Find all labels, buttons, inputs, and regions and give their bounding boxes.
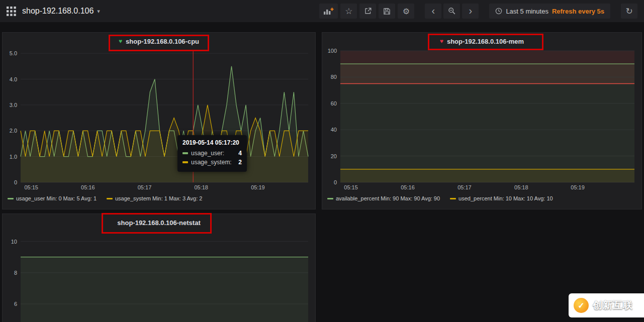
add-panel-button[interactable] [319,4,338,19]
dashboard-title-label: shop-192.168.0.106 [22,7,94,16]
svg-text:05:16: 05:16 [401,184,415,190]
save-icon [383,8,391,15]
svg-text:20: 20 [331,153,337,159]
netstat-chart[interactable]: 46810 [3,229,315,322]
legend-item[interactable]: used_percent Min: 10 Max: 10 Avg: 10 [450,195,553,201]
panel-mem: ♥ shop-192.168.0.106-mem 02040608010005:… [322,32,642,209]
svg-text:0: 0 [334,179,337,185]
star-icon: ☆ [345,6,352,17]
panel-title-cpu[interactable]: ♥ shop-192.168.0.106-cpu [3,35,315,48]
navbar-actions: ☆ ⚙ ‹ [319,4,637,19]
legend-item[interactable]: usage_system Min: 1 Max: 3 Avg: 2 [107,195,202,201]
series-color-swatch [182,152,188,154]
series-color-swatch [182,161,188,163]
svg-text:5.0: 5.0 [10,50,17,56]
save-button[interactable] [379,4,395,19]
legend-item[interactable]: usage_user Min: 0 Max: 5 Avg: 1 [8,195,97,201]
alert-alerting-heart-icon: ♥ [440,38,443,44]
panel-title-mem[interactable]: ♥ shop-192.168.0.106-mem [322,35,641,48]
refresh-icon: ↻ [625,6,632,17]
caret-down-icon: ▾ [97,8,100,15]
panel-title-mem-label: shop-192.168.0.106-mem [447,38,524,45]
watermark-text: 创新互联 [593,299,633,312]
legend-label: usage_user Min: 0 Max: 5 Avg: 1 [16,195,97,201]
svg-text:05:18: 05:18 [194,184,208,190]
svg-text:6: 6 [14,301,17,307]
watermark-logo-icon: ✓ [574,298,589,313]
chevron-left-icon: ‹ [432,6,435,16]
time-back-button[interactable]: ‹ [425,4,441,19]
svg-text:05:19: 05:19 [571,184,585,190]
panel-title-netstat[interactable]: shop-192.168.0.106-netstat [3,216,315,229]
grid-menu-icon [7,7,16,16]
svg-text:60: 60 [331,100,337,106]
svg-text:05:17: 05:17 [138,184,152,190]
svg-text:05:15: 05:15 [344,184,358,190]
cpu-chart[interactable]: 01.02.03.04.05.005:1505:1605:1705:1805:1… [3,48,315,191]
grafana-dashboard: shop-192.168.0.106 ▾ ☆ [0,0,644,322]
zoom-out-button[interactable] [443,4,460,19]
clock-icon [495,8,502,15]
svg-text:05:17: 05:17 [457,184,472,190]
mem-legend: available_percent Min: 90 Max: 90 Avg: 9… [322,195,641,201]
svg-text:4.0: 4.0 [10,76,17,82]
chevron-right-icon: › [469,6,473,16]
dashboard-title[interactable]: shop-192.168.0.106 ▾ [22,7,100,16]
svg-text:05:16: 05:16 [81,184,95,190]
gear-icon: ⚙ [403,7,410,16]
refresh-button[interactable]: ↻ [621,4,637,19]
legend-color-dash [8,198,14,199]
legend-label: usage_system Min: 1 Max: 3 Avg: 2 [115,195,202,201]
legend-color-dash [327,198,333,199]
panel-netstat: shop-192.168.0.106-netstat 46810 [2,213,316,322]
svg-text:8: 8 [14,270,17,276]
legend-label: available_percent Min: 90 Max: 90 Avg: 9… [336,195,440,201]
svg-text:05:19: 05:19 [251,184,265,190]
time-nav-group: ‹ › [425,4,479,19]
alert-ok-heart-icon: ♥ [119,38,122,44]
tooltip-row: usage_system: 2 [182,159,242,166]
share-icon [364,7,372,15]
tooltip-timestamp: 2019-05-14 05:17:20 [182,139,242,146]
main-menu-button[interactable] [7,7,16,16]
legend-label: used_percent Min: 10 Max: 10 Avg: 10 [458,195,553,201]
tooltip-row: usage_user: 4 [182,150,242,157]
svg-text:100: 100 [328,48,337,54]
svg-text:05:18: 05:18 [514,184,528,190]
cpu-legend: usage_user Min: 0 Max: 5 Avg: 1usage_sys… [3,195,315,201]
panel-title-netstat-label: shop-192.168.0.106-netstat [117,219,200,227]
svg-text:3.0: 3.0 [10,102,17,108]
refresh-interval-label: Refresh every 5s [552,8,604,15]
panel-cpu: ♥ shop-192.168.0.106-cpu 01.02.03.04.05.… [2,32,316,209]
svg-text:80: 80 [331,74,337,80]
add-panel-icon [323,7,334,15]
share-button[interactable] [359,4,376,19]
zoom-out-icon [448,7,456,15]
watermark[interactable]: ✓ 创新互联 [569,293,644,317]
legend-color-dash [107,198,113,199]
chart-tooltip: 2019-05-14 05:17:20 usage_user: 4 usage_… [177,135,247,172]
panel-title-cpu-label: shop-192.168.0.106-cpu [126,38,199,45]
mem-chart[interactable]: 02040608010005:1505:1605:1705:1805:19 [322,48,641,191]
legend-color-dash [450,198,456,199]
svg-text:05:15: 05:15 [24,184,38,190]
svg-text:40: 40 [331,127,337,133]
time-picker-button[interactable]: Last 5 minutes Refresh every 5s [489,4,610,19]
navbar: shop-192.168.0.106 ▾ ☆ [0,0,644,22]
settings-button[interactable]: ⚙ [398,4,414,19]
time-range-label: Last 5 minutes [506,8,548,15]
star-button[interactable]: ☆ [340,4,357,19]
svg-text:10: 10 [11,239,17,245]
svg-text:1.0: 1.0 [10,154,17,160]
svg-text:0: 0 [14,179,17,185]
legend-item[interactable]: available_percent Min: 90 Max: 90 Avg: 9… [327,195,440,201]
time-forward-button[interactable]: › [462,4,479,19]
svg-text:2.0: 2.0 [10,128,17,134]
